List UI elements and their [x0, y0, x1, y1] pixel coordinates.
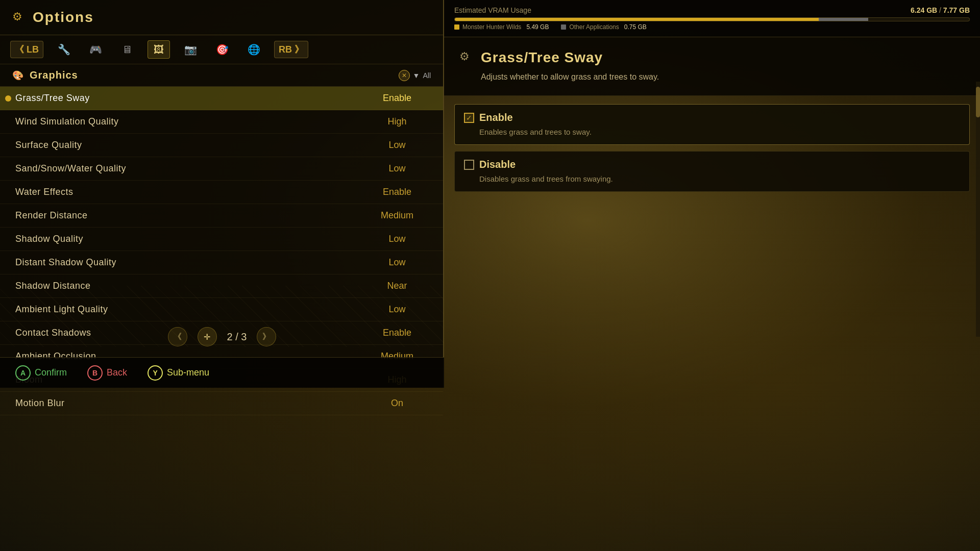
active-dot — [5, 95, 11, 102]
setting-name-9: Ambient Light Quality — [15, 304, 366, 315]
setting-value-13: On — [366, 398, 428, 409]
a-button: A — [15, 365, 31, 381]
tab-icon-1[interactable]: 🎮 — [84, 40, 107, 59]
enable-label: Enable — [479, 112, 513, 123]
pagination: 《 ✛ 2 / 3 》 — [0, 319, 444, 355]
setting-value-3: Low — [366, 163, 428, 174]
setting-name-4: Water Effects — [15, 187, 366, 197]
legend-mhw-label: Monster Hunter Wilds — [462, 23, 521, 31]
legend-mhw: Monster Hunter Wilds 5.49 GB — [454, 23, 549, 31]
setting-row-7[interactable]: Distant Shadow Quality Low — [0, 251, 443, 274]
clear-button[interactable]: ✕ ▼ All — [399, 70, 431, 81]
section-header: 🎨 Graphics ✕ ▼ All — [0, 64, 443, 87]
x-badge: ✕ — [399, 70, 410, 81]
vram-amounts: 6.24 GB / 7.77 GB — [911, 6, 970, 14]
setting-value-7: Low — [366, 257, 428, 268]
setting-name-1: Wind Simulation Quality — [15, 116, 366, 127]
option-enable[interactable]: ✓ Enable Enables grass and trees to sway… — [454, 104, 970, 145]
b-button: B — [87, 365, 103, 381]
tab-icon-5[interactable]: 🎯 — [211, 40, 233, 59]
back-label: Back — [107, 367, 127, 378]
vram-header: Estimated VRAM Usage 6.24 GB / 7.77 GB — [454, 6, 970, 14]
setting-row-1[interactable]: Wind Simulation Quality High — [0, 110, 443, 134]
setting-value-4: Enable — [366, 187, 428, 197]
vram-current: 6.24 GB — [911, 6, 937, 14]
rb-button[interactable]: RB 》 — [274, 41, 308, 58]
legend-mhw-dot — [454, 24, 459, 30]
vram-other-fill — [819, 18, 868, 21]
disable-checkbox[interactable] — [464, 160, 474, 170]
setting-name-3: Sand/Snow/Water Quality — [15, 163, 366, 174]
y-button: Y — [148, 365, 163, 381]
page-right-icon: 》 — [262, 332, 271, 342]
vram-total: 7.77 GB — [943, 6, 970, 14]
disable-description: Disables grass and trees from swaying. — [464, 173, 960, 184]
tab-icon-3[interactable]: 🖼 — [148, 40, 170, 59]
right-panel: Estimated VRAM Usage 6.24 GB / 7.77 GB M… — [444, 0, 980, 551]
tab-icon-4[interactable]: 📷 — [179, 40, 202, 59]
setting-row-2[interactable]: Surface Quality Low — [0, 134, 443, 157]
setting-name-2: Surface Quality — [15, 140, 366, 151]
back-action[interactable]: B Back — [87, 365, 127, 381]
setting-value-6: Low — [366, 234, 428, 244]
setting-row-0[interactable]: Grass/Tree Sway Enable — [0, 87, 443, 110]
tab-bar: 《 LB 🔧 🎮 🖥 🖼 📷 🎯 🌐 RB 》 — [0, 35, 443, 64]
tab-icon-6[interactable]: 🌐 — [242, 40, 265, 59]
legend-other: Other Applications 0.75 GB — [561, 23, 646, 31]
confirm-action[interactable]: A Confirm — [15, 365, 67, 381]
bottom-bar: A Confirm B Back Y Sub-menu — [0, 357, 444, 388]
lb-button[interactable]: 《 LB — [10, 41, 43, 58]
vram-section: Estimated VRAM Usage 6.24 GB / 7.77 GB M… — [444, 0, 980, 37]
page-left-button[interactable]: 《 — [168, 327, 187, 346]
left-panel: ⚙ Options 《 LB 🔧 🎮 🖥 🖼 📷 🎯 🌐 RB 》 🎨 Grap… — [0, 0, 444, 388]
setting-value-9: Low — [366, 304, 428, 315]
setting-row-4[interactable]: Water Effects Enable — [0, 181, 443, 204]
detail-title: Grass/Tree Sway — [481, 49, 603, 66]
option-disable-header: Disable — [464, 159, 960, 170]
setting-value-2: Low — [366, 140, 428, 151]
right-scrollbar[interactable] — [976, 82, 980, 337]
setting-row-3[interactable]: Sand/Snow/Water Quality Low — [0, 157, 443, 181]
setting-row-8[interactable]: Shadow Distance Near — [0, 274, 443, 298]
page-right-button[interactable]: 》 — [257, 327, 276, 346]
enable-description: Enables grass and trees to sway. — [464, 127, 960, 137]
option-disable[interactable]: Disable Disables grass and trees from sw… — [454, 151, 970, 192]
legend-other-dot — [561, 24, 566, 30]
vram-legend: Monster Hunter Wilds 5.49 GB Other Appli… — [454, 23, 970, 31]
legend-mhw-value: 5.49 GB — [526, 23, 549, 31]
setting-row-9[interactable]: Ambient Light Quality Low — [0, 298, 443, 321]
setting-name-0: Grass/Tree Sway — [15, 93, 366, 104]
disable-label: Disable — [479, 159, 516, 170]
detail-description: Adjusts whether to allow grass and trees… — [459, 71, 965, 83]
setting-value-0: Enable — [366, 93, 428, 104]
setting-value-8: Near — [366, 281, 428, 291]
submenu-action[interactable]: Y Sub-menu — [148, 365, 209, 381]
setting-name-5: Render Distance — [15, 210, 366, 221]
tab-icon-2[interactable]: 🖥 — [116, 40, 138, 59]
setting-value-5: Medium — [366, 210, 428, 221]
page-current: 2 / 3 — [227, 331, 247, 343]
tab-icon-0[interactable]: 🔧 — [53, 40, 75, 59]
filter-label: All — [423, 71, 431, 80]
submenu-label: Sub-menu — [167, 367, 209, 378]
enable-checkbox[interactable]: ✓ — [464, 113, 474, 123]
detail-header: ⚙ Grass/Tree Sway — [459, 49, 965, 66]
options-icon: ⚙ — [12, 10, 27, 24]
vram-title-text: Estimated VRAM Usage — [454, 6, 531, 14]
vram-track — [454, 17, 970, 21]
dpad-icon: ✛ — [198, 327, 217, 346]
filter-icon: ▼ — [413, 71, 420, 80]
section-title: Graphics — [30, 69, 393, 81]
setting-row-13[interactable]: Motion Blur On — [0, 392, 443, 415]
setting-name-13: Motion Blur — [15, 398, 366, 409]
detail-panel: ⚙ Grass/Tree Sway Adjusts whether to all… — [444, 37, 980, 96]
page-left-icon: 《 — [174, 332, 182, 342]
graphics-icon: 🎨 — [12, 70, 23, 81]
legend-other-label: Other Applications — [569, 23, 619, 31]
setting-name-8: Shadow Distance — [15, 281, 366, 291]
setting-row-5[interactable]: Render Distance Medium — [0, 204, 443, 228]
scrollbar-thumb[interactable] — [976, 87, 980, 117]
confirm-label: Confirm — [35, 367, 67, 378]
header-bar: ⚙ Options — [0, 0, 443, 35]
setting-row-6[interactable]: Shadow Quality Low — [0, 228, 443, 251]
